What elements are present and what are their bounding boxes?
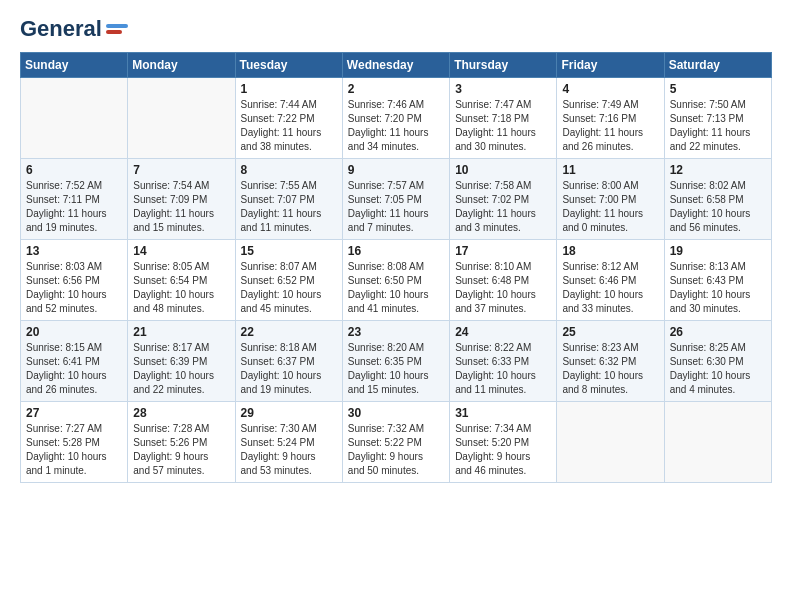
day-cell: 12Sunrise: 8:02 AMSunset: 6:58 PMDayligh…: [664, 159, 771, 240]
day-cell: 6Sunrise: 7:52 AMSunset: 7:11 PMDaylight…: [21, 159, 128, 240]
day-number: 9: [348, 163, 444, 177]
day-number: 25: [562, 325, 658, 339]
weekday-wednesday: Wednesday: [342, 53, 449, 78]
logo-decoration: [106, 24, 128, 34]
day-cell: 13Sunrise: 8:03 AMSunset: 6:56 PMDayligh…: [21, 240, 128, 321]
day-info: Sunrise: 8:08 AMSunset: 6:50 PMDaylight:…: [348, 260, 444, 316]
week-row-2: 6Sunrise: 7:52 AMSunset: 7:11 PMDaylight…: [21, 159, 772, 240]
day-number: 3: [455, 82, 551, 96]
day-info: Sunrise: 8:15 AMSunset: 6:41 PMDaylight:…: [26, 341, 122, 397]
day-info: Sunrise: 8:05 AMSunset: 6:54 PMDaylight:…: [133, 260, 229, 316]
day-cell: 1Sunrise: 7:44 AMSunset: 7:22 PMDaylight…: [235, 78, 342, 159]
day-number: 28: [133, 406, 229, 420]
day-info: Sunrise: 8:20 AMSunset: 6:35 PMDaylight:…: [348, 341, 444, 397]
day-info: Sunrise: 8:03 AMSunset: 6:56 PMDaylight:…: [26, 260, 122, 316]
week-row-4: 20Sunrise: 8:15 AMSunset: 6:41 PMDayligh…: [21, 321, 772, 402]
day-cell: 17Sunrise: 8:10 AMSunset: 6:48 PMDayligh…: [450, 240, 557, 321]
day-number: 16: [348, 244, 444, 258]
header: General: [20, 16, 772, 42]
day-info: Sunrise: 7:47 AMSunset: 7:18 PMDaylight:…: [455, 98, 551, 154]
day-number: 26: [670, 325, 766, 339]
day-cell: 3Sunrise: 7:47 AMSunset: 7:18 PMDaylight…: [450, 78, 557, 159]
day-cell: [128, 78, 235, 159]
day-number: 15: [241, 244, 337, 258]
day-cell: 19Sunrise: 8:13 AMSunset: 6:43 PMDayligh…: [664, 240, 771, 321]
week-row-3: 13Sunrise: 8:03 AMSunset: 6:56 PMDayligh…: [21, 240, 772, 321]
day-number: 6: [26, 163, 122, 177]
day-info: Sunrise: 8:10 AMSunset: 6:48 PMDaylight:…: [455, 260, 551, 316]
day-number: 27: [26, 406, 122, 420]
day-number: 13: [26, 244, 122, 258]
day-cell: [21, 78, 128, 159]
day-cell: [557, 402, 664, 483]
weekday-monday: Monday: [128, 53, 235, 78]
day-number: 31: [455, 406, 551, 420]
day-cell: 2Sunrise: 7:46 AMSunset: 7:20 PMDaylight…: [342, 78, 449, 159]
day-info: Sunrise: 7:54 AMSunset: 7:09 PMDaylight:…: [133, 179, 229, 235]
day-number: 14: [133, 244, 229, 258]
day-number: 7: [133, 163, 229, 177]
day-cell: 21Sunrise: 8:17 AMSunset: 6:39 PMDayligh…: [128, 321, 235, 402]
day-number: 10: [455, 163, 551, 177]
weekday-saturday: Saturday: [664, 53, 771, 78]
day-number: 19: [670, 244, 766, 258]
day-number: 11: [562, 163, 658, 177]
day-number: 23: [348, 325, 444, 339]
day-info: Sunrise: 7:28 AMSunset: 5:26 PMDaylight:…: [133, 422, 229, 478]
day-info: Sunrise: 8:02 AMSunset: 6:58 PMDaylight:…: [670, 179, 766, 235]
day-number: 5: [670, 82, 766, 96]
day-number: 29: [241, 406, 337, 420]
day-cell: 11Sunrise: 8:00 AMSunset: 7:00 PMDayligh…: [557, 159, 664, 240]
day-cell: 27Sunrise: 7:27 AMSunset: 5:28 PMDayligh…: [21, 402, 128, 483]
weekday-header-row: SundayMondayTuesdayWednesdayThursdayFrid…: [21, 53, 772, 78]
day-cell: 28Sunrise: 7:28 AMSunset: 5:26 PMDayligh…: [128, 402, 235, 483]
weekday-friday: Friday: [557, 53, 664, 78]
day-cell: 22Sunrise: 8:18 AMSunset: 6:37 PMDayligh…: [235, 321, 342, 402]
day-cell: 23Sunrise: 8:20 AMSunset: 6:35 PMDayligh…: [342, 321, 449, 402]
day-info: Sunrise: 8:22 AMSunset: 6:33 PMDaylight:…: [455, 341, 551, 397]
day-info: Sunrise: 8:07 AMSunset: 6:52 PMDaylight:…: [241, 260, 337, 316]
day-info: Sunrise: 8:18 AMSunset: 6:37 PMDaylight:…: [241, 341, 337, 397]
day-cell: 29Sunrise: 7:30 AMSunset: 5:24 PMDayligh…: [235, 402, 342, 483]
day-cell: 26Sunrise: 8:25 AMSunset: 6:30 PMDayligh…: [664, 321, 771, 402]
day-info: Sunrise: 7:32 AMSunset: 5:22 PMDaylight:…: [348, 422, 444, 478]
day-cell: 4Sunrise: 7:49 AMSunset: 7:16 PMDaylight…: [557, 78, 664, 159]
day-cell: 24Sunrise: 8:22 AMSunset: 6:33 PMDayligh…: [450, 321, 557, 402]
day-cell: 16Sunrise: 8:08 AMSunset: 6:50 PMDayligh…: [342, 240, 449, 321]
day-cell: 18Sunrise: 8:12 AMSunset: 6:46 PMDayligh…: [557, 240, 664, 321]
day-info: Sunrise: 8:23 AMSunset: 6:32 PMDaylight:…: [562, 341, 658, 397]
day-cell: 8Sunrise: 7:55 AMSunset: 7:07 PMDaylight…: [235, 159, 342, 240]
day-number: 4: [562, 82, 658, 96]
day-cell: 15Sunrise: 8:07 AMSunset: 6:52 PMDayligh…: [235, 240, 342, 321]
day-cell: 30Sunrise: 7:32 AMSunset: 5:22 PMDayligh…: [342, 402, 449, 483]
day-info: Sunrise: 7:49 AMSunset: 7:16 PMDaylight:…: [562, 98, 658, 154]
day-info: Sunrise: 8:13 AMSunset: 6:43 PMDaylight:…: [670, 260, 766, 316]
logo-general: General: [20, 16, 102, 42]
day-cell: 20Sunrise: 8:15 AMSunset: 6:41 PMDayligh…: [21, 321, 128, 402]
day-number: 30: [348, 406, 444, 420]
weekday-thursday: Thursday: [450, 53, 557, 78]
day-cell: 31Sunrise: 7:34 AMSunset: 5:20 PMDayligh…: [450, 402, 557, 483]
day-info: Sunrise: 7:58 AMSunset: 7:02 PMDaylight:…: [455, 179, 551, 235]
day-info: Sunrise: 7:44 AMSunset: 7:22 PMDaylight:…: [241, 98, 337, 154]
day-number: 22: [241, 325, 337, 339]
day-number: 12: [670, 163, 766, 177]
page: General SundayMondayTuesdayWednesdayThur…: [0, 0, 792, 499]
day-number: 17: [455, 244, 551, 258]
day-cell: 7Sunrise: 7:54 AMSunset: 7:09 PMDaylight…: [128, 159, 235, 240]
day-info: Sunrise: 7:57 AMSunset: 7:05 PMDaylight:…: [348, 179, 444, 235]
day-info: Sunrise: 7:34 AMSunset: 5:20 PMDaylight:…: [455, 422, 551, 478]
day-cell: [664, 402, 771, 483]
calendar-table: SundayMondayTuesdayWednesdayThursdayFrid…: [20, 52, 772, 483]
week-row-1: 1Sunrise: 7:44 AMSunset: 7:22 PMDaylight…: [21, 78, 772, 159]
day-number: 18: [562, 244, 658, 258]
week-row-5: 27Sunrise: 7:27 AMSunset: 5:28 PMDayligh…: [21, 402, 772, 483]
day-cell: 9Sunrise: 7:57 AMSunset: 7:05 PMDaylight…: [342, 159, 449, 240]
weekday-tuesday: Tuesday: [235, 53, 342, 78]
day-cell: 25Sunrise: 8:23 AMSunset: 6:32 PMDayligh…: [557, 321, 664, 402]
day-info: Sunrise: 7:30 AMSunset: 5:24 PMDaylight:…: [241, 422, 337, 478]
day-number: 2: [348, 82, 444, 96]
day-info: Sunrise: 7:27 AMSunset: 5:28 PMDaylight:…: [26, 422, 122, 478]
weekday-sunday: Sunday: [21, 53, 128, 78]
day-info: Sunrise: 8:17 AMSunset: 6:39 PMDaylight:…: [133, 341, 229, 397]
